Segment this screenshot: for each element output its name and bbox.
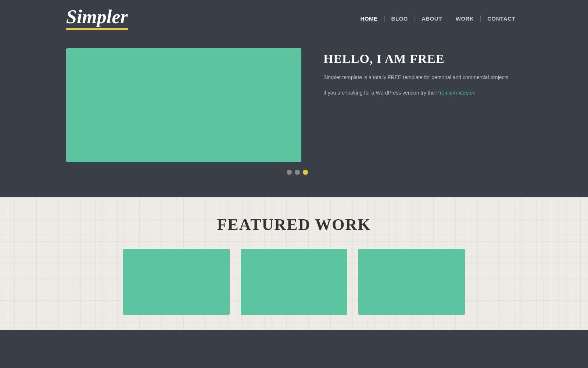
slider-dot-3[interactable] xyxy=(303,170,308,175)
nav-item-contact[interactable]: CONTACT xyxy=(481,15,522,22)
slider-dot-1[interactable] xyxy=(287,170,292,175)
featured-grid xyxy=(66,249,522,315)
site-header: Simpler HOME BLOG ABOUT WORK CONTACT xyxy=(0,0,588,37)
hero-title: HELLO, I AM FREE xyxy=(323,52,522,66)
nav-item-about[interactable]: ABOUT xyxy=(415,15,449,22)
hero-image xyxy=(66,48,301,162)
nav-item-blog[interactable]: BLOG xyxy=(385,15,415,22)
nav-item-work[interactable]: WORK xyxy=(449,15,481,22)
hero-description-1: Simpler template is a totally FREE templ… xyxy=(323,73,522,81)
featured-title: FEATURED WORK xyxy=(66,215,522,234)
featured-card-3[interactable] xyxy=(358,249,465,315)
slider-dot-2[interactable] xyxy=(295,170,300,175)
featured-card-1[interactable] xyxy=(123,249,230,315)
logo-underline xyxy=(66,28,128,30)
logo-text: Simpler xyxy=(66,7,128,26)
logo[interactable]: Simpler xyxy=(66,7,128,30)
hero-description-2: If you are looking for a WordPress versi… xyxy=(323,89,522,97)
hero-section: HELLO, I AM FREE Simpler template is a t… xyxy=(0,37,588,184)
main-nav: HOME BLOG ABOUT WORK CONTACT xyxy=(354,15,522,22)
slider-dots-container xyxy=(0,170,588,186)
hero-content: HELLO, I AM FREE Simpler template is a t… xyxy=(323,48,522,97)
premium-version-link[interactable]: Premium Version xyxy=(436,90,476,96)
hero-description-2-text: If you are looking for a WordPress versi… xyxy=(323,90,435,96)
featured-section: FEATURED WORK xyxy=(0,197,588,330)
featured-card-2[interactable] xyxy=(241,249,347,315)
nav-item-home[interactable]: HOME xyxy=(354,15,385,22)
